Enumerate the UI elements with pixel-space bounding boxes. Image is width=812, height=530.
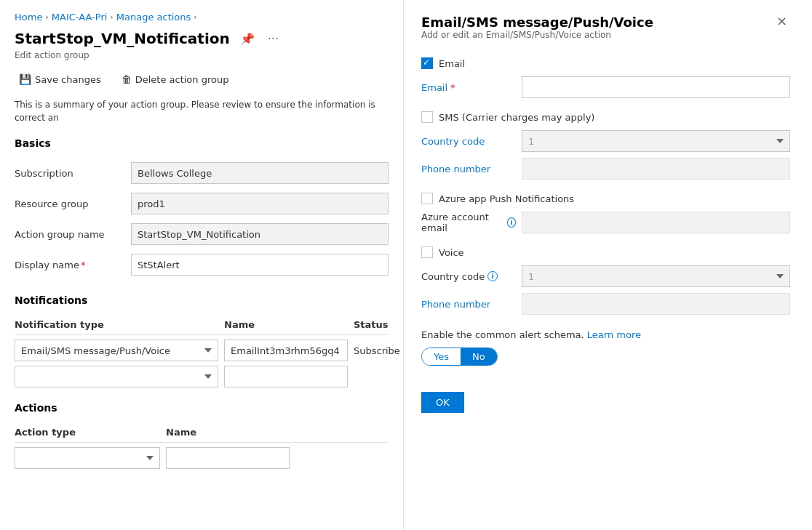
- sms-checkbox-label: SMS (Carrier charges may apply): [439, 112, 594, 123]
- sms-phone-input[interactable]: [522, 158, 790, 180]
- page-subtitle: Edit action group: [15, 50, 389, 60]
- push-email-label: Azure account email i: [421, 212, 516, 233]
- breadcrumb-maic[interactable]: MAIC-AA-Pri: [52, 12, 108, 23]
- voice-section: Voice Country code i 1 Phone number: [421, 246, 790, 315]
- sms-country-code-row: Country code 1: [421, 130, 790, 152]
- voice-phone-label: Phone number: [421, 299, 516, 310]
- display-name-label: Display name *: [15, 249, 131, 280]
- resource-group-label: Resource group: [15, 188, 131, 219]
- resource-group-input: [131, 193, 389, 214]
- action-name-input[interactable]: [166, 447, 290, 469]
- info-text: This is a summary of your action group. …: [15, 98, 389, 124]
- voice-country-code-row: Country code i 1: [421, 265, 790, 287]
- email-input[interactable]: [522, 76, 790, 98]
- sms-phone-row: Phone number: [421, 158, 790, 180]
- basics-form: Subscription Resource group Action group…: [15, 158, 389, 280]
- breadcrumb-sep3: ›: [194, 12, 196, 22]
- email-checkbox-row: Email: [421, 57, 790, 69]
- notif-type-select-1[interactable]: Email/SMS message/Push/Voice: [15, 340, 218, 361]
- action-group-name-input: [131, 223, 389, 245]
- display-name-value: [131, 249, 389, 280]
- toggle-no-button[interactable]: No: [461, 348, 497, 365]
- toggle-group: Yes No: [421, 348, 498, 366]
- subscription-value: [131, 158, 389, 188]
- voice-country-code-label: Country code i: [421, 271, 516, 282]
- breadcrumb-sep1: ›: [45, 12, 48, 22]
- sms-country-code-select[interactable]: 1: [522, 130, 790, 152]
- toolbar: 💾 Save changes 🗑 Delete action group: [15, 71, 389, 88]
- subscription-input: [131, 162, 389, 184]
- notifications-section: Notifications Notification type Name Sta…: [15, 294, 389, 388]
- push-checkbox-label: Azure app Push Notifications: [439, 193, 574, 204]
- actions-table-header: Action type Name: [15, 422, 389, 443]
- voice-phone-input[interactable]: [522, 293, 790, 315]
- breadcrumb-home[interactable]: Home: [15, 12, 42, 23]
- display-name-input[interactable]: [131, 254, 389, 276]
- alert-schema-section: Enable the common alert schema. Learn mo…: [421, 329, 790, 366]
- actions-col-name: Name: [166, 427, 290, 438]
- delete-action-group-button[interactable]: 🗑 Delete action group: [117, 71, 234, 88]
- left-panel: Home › MAIC-AA-Pri › Manage actions › St…: [0, 0, 404, 530]
- delete-icon: 🗑: [122, 73, 132, 85]
- voice-checkbox-label: Voice: [439, 247, 464, 258]
- action-type-select[interactable]: [15, 447, 160, 469]
- right-panel: Email/SMS message/Push/Voice Add or edit…: [404, 0, 808, 530]
- voice-checkbox-row: Voice: [421, 246, 790, 258]
- notif-col-type: Notification type: [15, 319, 218, 330]
- actions-section: Actions Action type Name: [15, 402, 389, 469]
- breadcrumb-sep2: ›: [110, 12, 113, 22]
- email-checkbox[interactable]: [421, 57, 433, 69]
- alert-schema-text: Enable the common alert schema. Learn mo…: [421, 329, 790, 340]
- email-checkbox-label: Email: [439, 58, 465, 69]
- notif-type-select-2[interactable]: Email/SMS message/Push/Voice: [15, 366, 218, 388]
- toggle-yes-button[interactable]: Yes: [422, 348, 461, 365]
- notif-col-name: Name: [224, 319, 348, 330]
- push-checkbox[interactable]: [421, 193, 433, 204]
- actions-row: [15, 447, 389, 469]
- basics-section-header: Basics: [15, 137, 389, 149]
- notif-name-input-2[interactable]: [224, 366, 348, 388]
- save-icon: 💾: [19, 73, 31, 85]
- notif-col-status: Status: [354, 319, 404, 330]
- action-group-name-label: Action group name: [15, 219, 131, 249]
- notif-row: Email/SMS message/Push/Voice Subscribe: [15, 340, 389, 361]
- actions-col-type: Action type: [15, 427, 160, 438]
- sms-phone-label: Phone number: [421, 164, 516, 174]
- push-email-input[interactable]: [522, 212, 790, 233]
- subscription-label: Subscription: [15, 158, 131, 188]
- flyout-title-block: Email/SMS message/Push/Voice Add or edit…: [421, 15, 653, 55]
- breadcrumb-manage-actions[interactable]: Manage actions: [116, 12, 191, 23]
- pin-button[interactable]: 📌: [237, 31, 258, 47]
- learn-more-link[interactable]: Learn more: [587, 329, 641, 340]
- more-button[interactable]: ···: [265, 31, 282, 47]
- push-info-icon[interactable]: i: [507, 217, 516, 228]
- flyout-header: Email/SMS message/Push/Voice Add or edit…: [421, 15, 790, 55]
- breadcrumb: Home › MAIC-AA-Pri › Manage actions ›: [15, 12, 389, 23]
- ok-button[interactable]: OK: [421, 392, 464, 413]
- page-title: StartStop_VM_Notification: [15, 30, 230, 47]
- push-checkbox-row: Azure app Push Notifications: [421, 193, 790, 204]
- push-section: Azure app Push Notifications Azure accou…: [421, 193, 790, 233]
- page-title-row: StartStop_VM_Notification 📌 ···: [15, 30, 389, 47]
- flyout-close-button[interactable]: ×: [773, 15, 790, 28]
- sms-checkbox[interactable]: [421, 111, 433, 123]
- notif-table-header: Notification type Name Status: [15, 315, 389, 335]
- display-name-required: *: [81, 260, 86, 270]
- notifications-header: Notifications: [15, 294, 389, 306]
- actions-header: Actions: [15, 402, 389, 414]
- voice-country-code-select[interactable]: 1: [522, 265, 790, 287]
- sms-country-code-label: Country code: [421, 136, 516, 147]
- save-changes-button[interactable]: 💾 Save changes: [15, 71, 106, 88]
- notif-name-input-1[interactable]: [224, 340, 348, 361]
- notif-status-1: Subscribe: [354, 345, 404, 356]
- voice-phone-row: Phone number: [421, 293, 790, 315]
- save-label: Save changes: [35, 74, 101, 85]
- voice-country-info-icon[interactable]: i: [487, 271, 498, 281]
- flyout-title: Email/SMS message/Push/Voice: [421, 15, 653, 30]
- resource-group-value: [131, 188, 389, 219]
- sms-section: SMS (Carrier charges may apply) Country …: [421, 111, 790, 180]
- flyout-subtitle: Add or edit an Email/SMS/Push/Voice acti…: [421, 30, 653, 40]
- notif-row: Email/SMS message/Push/Voice: [15, 366, 389, 388]
- push-email-row: Azure account email i: [421, 212, 790, 233]
- voice-checkbox[interactable]: [421, 246, 433, 258]
